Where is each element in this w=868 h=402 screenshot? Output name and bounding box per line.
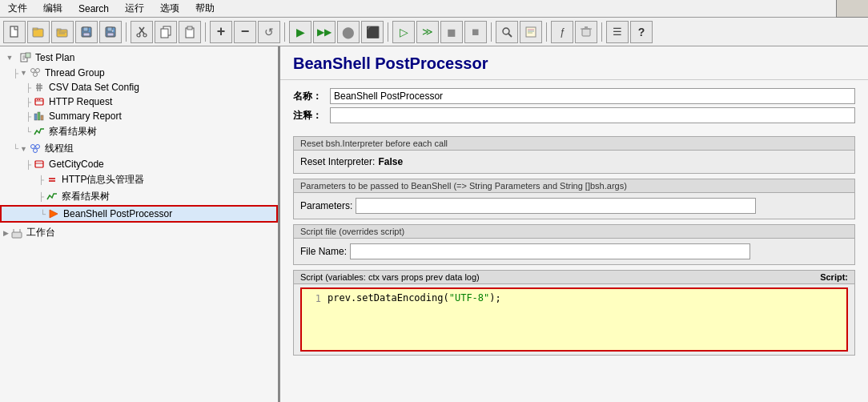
comment-label: 注释： xyxy=(293,109,325,123)
clear-button[interactable]: ↺ xyxy=(258,21,280,43)
sep3 xyxy=(284,22,285,42)
connector-hh: ├ xyxy=(38,175,44,184)
script-label: Script: xyxy=(820,272,848,282)
tree-item-threadgroup2[interactable]: └ ▼ 线程组 xyxy=(0,140,278,157)
svg-rect-1 xyxy=(33,29,43,37)
connector-view1: └ xyxy=(26,127,31,136)
run-nopause-button[interactable]: ▶▶ xyxy=(313,21,336,43)
paste-button[interactable] xyxy=(179,21,201,43)
copy-button[interactable] xyxy=(155,21,177,43)
stop-now-button[interactable]: ⬛ xyxy=(361,21,384,43)
panel-title: BeanShell PostProcessor xyxy=(280,46,868,80)
run-button[interactable]: ▶ xyxy=(289,21,311,43)
log-viewer-button[interactable] xyxy=(520,21,542,43)
tree-item-testplan[interactable]: ▼ Test Plan xyxy=(0,50,278,66)
expand-icon-testplan: ▼ xyxy=(3,51,16,64)
workbench-icon xyxy=(10,227,23,239)
tree-item-http[interactable]: ├ HTTP Request xyxy=(0,94,278,109)
tree-item-beanshell[interactable]: └ BeanShell PostProcessor xyxy=(0,205,278,223)
workbench-label: 工作台 xyxy=(26,226,55,239)
help-button[interactable]: ? xyxy=(630,21,653,43)
cut-button[interactable] xyxy=(131,21,153,43)
comment-input[interactable] xyxy=(330,107,855,123)
tree-item-viewresults2[interactable]: ├ 察看结果树 xyxy=(0,188,278,205)
reset-row: Reset Interpreter: False xyxy=(300,154,848,170)
tree-item-viewresults1[interactable]: └ 察看结果树 xyxy=(0,123,278,140)
save-button[interactable] xyxy=(75,21,98,43)
toolbar: + + − ↺ ▶ ▶▶ ⬤ ⬛ ▷ ≫ ◼ ⏹ ƒ ☰ ? xyxy=(0,18,868,46)
sep2 xyxy=(205,22,206,42)
filename-label: File Name: xyxy=(300,246,347,257)
svg-point-16 xyxy=(137,34,140,37)
line-numbers: 1 xyxy=(305,292,321,347)
list-button[interactable]: ☰ xyxy=(606,21,629,43)
menu-options[interactable]: 选项 xyxy=(155,1,184,16)
connector-threadgroup: ├ xyxy=(13,69,18,78)
search-log-button[interactable] xyxy=(496,21,518,43)
svg-point-50 xyxy=(31,144,35,148)
name-label: 名称： xyxy=(293,90,325,103)
right-panel: BeanShell PostProcessor 名称： 注释： Reset bs… xyxy=(280,46,868,402)
params-input[interactable] xyxy=(356,198,756,214)
http-icon xyxy=(33,96,46,107)
remote-stopall-button[interactable]: ⏹ xyxy=(464,21,487,43)
testplan-icon xyxy=(19,52,32,63)
tree-item-threadgroup[interactable]: ├ ▼ Thread Group xyxy=(0,66,278,80)
svg-rect-35 xyxy=(26,53,30,58)
sep1 xyxy=(126,22,127,42)
sep5 xyxy=(491,22,492,42)
open-button[interactable] xyxy=(51,21,74,43)
tree-item-getcitycode[interactable]: ├ GetCityCode xyxy=(0,157,278,171)
scriptfile-content: File Name: xyxy=(294,239,854,264)
name-input[interactable] xyxy=(330,88,855,104)
connector-tg2: └ xyxy=(13,144,18,153)
summary-label: Summary Report xyxy=(49,111,122,122)
menu-search[interactable]: Search xyxy=(74,2,114,15)
script-header: Script (variables: ctx vars props prev d… xyxy=(294,271,854,284)
expand-icon-tg2: ▼ xyxy=(20,145,27,153)
save-as-button[interactable]: + xyxy=(99,21,122,43)
connector-gcc: ├ xyxy=(26,160,31,169)
remote-startall-button[interactable]: ≫ xyxy=(416,21,439,43)
connector-bs: └ xyxy=(40,210,46,219)
menu-run[interactable]: 运行 xyxy=(120,1,149,16)
params-label: Parameters: xyxy=(300,200,352,211)
stop-button[interactable]: ⬤ xyxy=(337,21,360,43)
clear-all-button[interactable] xyxy=(575,21,597,43)
open-template-button[interactable] xyxy=(27,21,50,43)
svg-rect-47 xyxy=(34,114,37,120)
tree-item-summary[interactable]: ├ Summary Report xyxy=(0,109,278,123)
remove-button[interactable]: − xyxy=(234,21,256,43)
scriptfile-title: Script file (overrides script) xyxy=(294,225,854,239)
menu-edit[interactable]: 编辑 xyxy=(38,1,67,16)
expand-icon-wb: ▶ xyxy=(3,229,9,237)
viewresults2-icon xyxy=(46,191,58,203)
viewresults1-icon xyxy=(33,127,46,138)
svg-point-38 xyxy=(34,73,38,77)
remote-start-button[interactable]: ▷ xyxy=(392,21,415,43)
tree-item-workbench[interactable]: ▶ 工作台 xyxy=(0,224,278,241)
connector-csv: ├ xyxy=(26,83,31,92)
script-editor[interactable]: 1 prev.setDataEncoding("UTF-8"); xyxy=(300,287,848,352)
corner-button[interactable] xyxy=(836,0,868,18)
svg-point-51 xyxy=(36,144,40,148)
tree-item-csv[interactable]: ├ CSV Data Set Config xyxy=(0,80,278,94)
new-button[interactable] xyxy=(3,21,26,43)
tree-item-httpheader[interactable]: ├ HTTP信息头管理器 xyxy=(0,171,278,188)
connector-http: ├ xyxy=(26,98,31,107)
summary-icon xyxy=(33,111,46,122)
http-label: HTTP Request xyxy=(49,96,112,107)
filename-input[interactable] xyxy=(350,243,750,259)
menu-file[interactable]: 文件 xyxy=(3,1,32,16)
params-section-title: Parameters to be passed to BeanShell (=>… xyxy=(294,179,854,193)
remote-stop-button[interactable]: ◼ xyxy=(440,21,463,43)
viewresults1-label: 察看结果树 xyxy=(49,125,97,139)
params-content: Parameters: xyxy=(294,193,854,219)
script-section-title: Script (variables: ctx vars props prev d… xyxy=(300,272,480,282)
add-button[interactable]: + xyxy=(210,21,232,43)
function-helper-button[interactable]: ƒ xyxy=(551,21,573,43)
menu-help[interactable]: 帮助 xyxy=(191,1,219,16)
threadgroup-label: Thread Group xyxy=(45,67,105,78)
script-section: Script (variables: ctx vars props prev d… xyxy=(293,270,855,356)
svg-rect-8 xyxy=(83,27,88,31)
